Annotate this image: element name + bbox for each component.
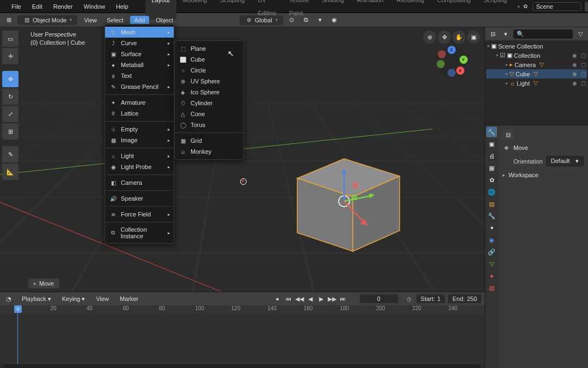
- tool-transform[interactable]: ⊞: [2, 123, 19, 140]
- tool-move[interactable]: ✥: [2, 71, 19, 87]
- tool-scale[interactable]: ⤢: [2, 106, 19, 122]
- tree-item-camera[interactable]: ▸▸Camera▽◉▢: [486, 60, 587, 69]
- playhead[interactable]: 0: [14, 305, 22, 313]
- header-view-menu[interactable]: View: [81, 17, 100, 23]
- prop-pin-button[interactable]: ⊟: [503, 130, 513, 140]
- menu-help[interactable]: Help: [111, 0, 133, 13]
- workspace-tab-modeling[interactable]: Modeling: [176, 0, 214, 20]
- play-button[interactable]: ▶: [316, 294, 326, 303]
- tab-material[interactable]: ●: [486, 270, 497, 281]
- workspace-panel-label[interactable]: Workspace: [509, 172, 538, 178]
- keyframe-prev-button[interactable]: ◀◀: [295, 294, 304, 303]
- mesh-menu-grid[interactable]: ▦Grid: [175, 135, 243, 146]
- render-toggle[interactable]: ▢: [581, 80, 586, 86]
- add-workspace-button[interactable]: +: [517, 3, 520, 10]
- keyframe-next-button[interactable]: ▶▶: [327, 294, 337, 303]
- nav-zoom-icon[interactable]: ⊕: [423, 31, 436, 44]
- add-menu-lattice[interactable]: #Lattice: [105, 108, 174, 119]
- autokey-toggle[interactable]: ●: [273, 294, 283, 303]
- tab-modifiers[interactable]: 🔧: [486, 210, 497, 221]
- tab-particles[interactable]: ✦: [486, 222, 497, 233]
- axis-z-dot[interactable]: Z: [448, 46, 456, 54]
- render-toggle[interactable]: ▢: [581, 62, 586, 68]
- proportional-toggle[interactable]: ◉: [329, 15, 340, 25]
- tree-collection[interactable]: ▾☑▣Collection ◉ ▢: [486, 51, 587, 60]
- transform-orientation-dropdown[interactable]: ⊕Global: [240, 15, 283, 25]
- add-menu-light[interactable]: ☼Light: [105, 150, 174, 161]
- workspace-tab-rendering[interactable]: Rendering: [390, 0, 431, 20]
- tree-item-light[interactable]: ▸☼Light▽◉▢: [486, 79, 587, 88]
- editor-type-dropdown[interactable]: ⊞: [3, 15, 14, 25]
- operator-redo-panel[interactable]: ▸ Move: [28, 279, 59, 288]
- scene-name-input[interactable]: [532, 2, 581, 11]
- tab-physics[interactable]: ◉: [486, 234, 497, 245]
- cube-object[interactable]: [283, 144, 414, 259]
- axis-x-dot[interactable]: X: [456, 67, 464, 75]
- add-menu-mesh[interactable]: ▽Mesh: [105, 27, 174, 38]
- visibility-toggle[interactable]: ◉: [572, 71, 577, 77]
- header-add-menu[interactable]: Add: [130, 16, 150, 25]
- timeline-ruler[interactable]: 0 020406080100120140160180200220240: [0, 305, 485, 314]
- mesh-menu-cylinder[interactable]: ⬯Cylinder: [175, 98, 243, 108]
- add-menu-curve[interactable]: ⤴Curve: [105, 38, 174, 49]
- tool-measure[interactable]: 📐: [2, 164, 19, 180]
- mesh-menu-torus[interactable]: ◯Torus: [175, 119, 243, 130]
- tab-viewlayer[interactable]: ▦: [486, 162, 497, 173]
- axis-gizmo[interactable]: Z Y X: [437, 47, 467, 77]
- add-menu-collection-instance[interactable]: ⧉Collection Instance: [105, 225, 174, 241]
- add-menu-light-probe[interactable]: ◉Light Probe: [105, 161, 174, 172]
- snap-dropdown[interactable]: ▾: [315, 15, 326, 25]
- start-frame-input[interactable]: Start:1: [416, 294, 445, 303]
- add-menu-grease-pencil[interactable]: ✎Grease Pencil: [105, 81, 174, 92]
- tool-cursor[interactable]: ✛: [2, 48, 19, 64]
- axis-y-dot[interactable]: Y: [460, 56, 468, 64]
- render-toggle[interactable]: ▢: [581, 71, 586, 77]
- workspace-tab-animation[interactable]: Animation: [351, 0, 390, 20]
- header-object-menu[interactable]: Object: [152, 17, 176, 23]
- tab-object[interactable]: ▨: [486, 198, 497, 209]
- visibility-toggle[interactable]: ◉: [572, 80, 577, 86]
- pivot-dropdown[interactable]: ⊙: [286, 15, 297, 25]
- visibility-toggle[interactable]: ◉: [572, 52, 577, 58]
- menu-file[interactable]: File: [7, 0, 26, 13]
- outliner-display-dropdown[interactable]: ⊟: [487, 29, 498, 39]
- render-toggle[interactable]: ▢: [581, 52, 586, 58]
- mesh-menu-uv-sphere[interactable]: ⊕UV Sphere: [175, 76, 243, 87]
- snap-toggle[interactable]: ⧉: [301, 15, 311, 25]
- nav-pan-icon[interactable]: ✥: [438, 31, 451, 44]
- outliner-filter-button[interactable]: ▽: [575, 29, 586, 39]
- mesh-menu-ico-sphere[interactable]: ◈Ico Sphere: [175, 87, 243, 98]
- tab-output[interactable]: 🖨: [486, 150, 497, 161]
- visibility-toggle[interactable]: ◉: [572, 62, 577, 68]
- mesh-menu-cone[interactable]: △Cone: [175, 108, 243, 119]
- add-menu-surface[interactable]: ▣Surface: [105, 49, 174, 59]
- add-menu-empty[interactable]: ⊹Empty: [105, 124, 174, 135]
- tab-texture[interactable]: ▨: [486, 282, 497, 293]
- mesh-menu-monkey[interactable]: ☺Monkey: [175, 146, 243, 157]
- tab-render[interactable]: ▣: [486, 138, 497, 149]
- tab-tool[interactable]: 🔧: [486, 126, 497, 137]
- timeline-keying-menu[interactable]: Keying ▾: [59, 295, 89, 303]
- tool-select[interactable]: ▭: [2, 31, 19, 47]
- add-menu-speaker[interactable]: 🔊Speaker: [105, 193, 174, 204]
- add-menu-force-field[interactable]: ≋Force Field: [105, 209, 174, 220]
- tab-mesh[interactable]: ▽: [486, 258, 497, 269]
- timeline-editor-type[interactable]: ◔: [3, 294, 14, 304]
- timeline-playback-menu[interactable]: Playback ▾: [19, 295, 54, 303]
- add-menu-text[interactable]: aText: [105, 70, 174, 81]
- scene-new-button[interactable]: ◧: [585, 2, 588, 11]
- tool-rotate[interactable]: ↻: [2, 88, 19, 105]
- tab-world[interactable]: 🌐: [486, 186, 497, 197]
- add-menu-metaball[interactable]: ●Metaball: [105, 59, 174, 70]
- tab-scene[interactable]: ✿: [486, 174, 497, 185]
- menu-render[interactable]: Render: [48, 0, 78, 13]
- timeline-body[interactable]: [0, 314, 485, 364]
- tree-item-cube[interactable]: ▸▽Cube▽◉▢: [486, 69, 587, 79]
- timeline-view-menu[interactable]: View: [93, 295, 112, 302]
- mesh-menu-circle[interactable]: ○Circle: [175, 65, 243, 76]
- timeline-scrollbar[interactable]: [4, 364, 480, 368]
- nav-camera-icon[interactable]: ▣: [467, 31, 480, 44]
- current-frame-input[interactable]: 0: [360, 294, 398, 303]
- jump-start-button[interactable]: ⏮: [284, 294, 293, 303]
- timeline-marker-menu[interactable]: Marker: [117, 295, 142, 302]
